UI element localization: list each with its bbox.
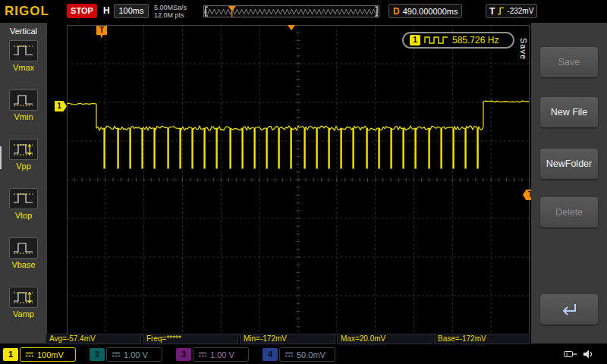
dc-coupling-icon (285, 351, 294, 358)
menu-scrollbar[interactable] (0, 146, 2, 169)
measure-item-label: Vpp (16, 162, 31, 171)
measurement-item[interactable]: Max=20.0mV (337, 334, 432, 344)
channel1-status[interactable]: 1 100mV (3, 347, 76, 362)
channel3-badge[interactable]: 3 (176, 348, 191, 361)
measure-item-label: Vamp (13, 309, 34, 318)
menu-button-new-folder[interactable]: NewFolder (540, 149, 598, 179)
counter-channel-badge: 1 (410, 35, 420, 46)
acquisition-info: 5.00MSa/s 12.0M pts (154, 4, 187, 19)
measure-item-vpp[interactable]: Vpp (0, 135, 47, 184)
vamp-icon (9, 287, 38, 308)
square-wave-icon (424, 36, 448, 45)
menu-button-back[interactable] (540, 294, 598, 325)
delay-value: 490.000000ms (403, 7, 458, 16)
trigger-level-value: -232mV (507, 7, 533, 15)
dc-coupling-icon (198, 351, 207, 358)
channel2-badge[interactable]: 2 (90, 348, 105, 361)
measure-item-vmin[interactable]: Vmin (0, 86, 47, 135)
channel2-scale[interactable]: 1.00 V (106, 347, 162, 362)
run-state-badge[interactable]: STOP (67, 4, 97, 18)
measure-item-vbase[interactable]: Vbase (0, 234, 47, 283)
measurement-item[interactable]: Freq=***** (143, 334, 238, 344)
menu-button-new-file[interactable]: New File (540, 97, 598, 127)
vmin-icon (9, 89, 38, 111)
oscilloscope-ui: RIGOL STOP H 100ms 5.00MSa/s 12.0M pts D… (0, 0, 607, 364)
sample-rate: 5.00MSa/s (154, 4, 187, 11)
frequency-counter: 1 585.726 Hz (402, 32, 514, 49)
channel3-scale[interactable]: 1.00 V (193, 347, 249, 362)
rigol-logo: RIGOL (5, 4, 49, 19)
measurement-bar: Avg=-57.4mV Freq=***** Min=-172mV Max=20… (46, 334, 530, 344)
measurement-item[interactable]: Avg=-57.4mV (46, 334, 141, 344)
menu-tab-title: Save (519, 38, 528, 60)
save-menu: Save New File NewFolder Delete (531, 23, 607, 344)
measure-menu: Vertical Vmax Vmin Vpp Vtop Vbase Vamp (0, 23, 47, 344)
measure-item-vtop[interactable]: Vtop (0, 184, 47, 234)
speaker-icon[interactable] (583, 349, 595, 359)
vmax-icon (9, 40, 38, 61)
delay-readout: D 490.000000ms (388, 4, 462, 18)
vtop-icon (9, 188, 38, 209)
channel3-scale-value: 1.00 V (210, 350, 234, 359)
menu-button-save[interactable]: Save (540, 47, 598, 77)
measure-item-label: Vtop (15, 211, 33, 220)
memory-waveform-preview (204, 6, 379, 17)
channel4-scale-value: 50.0mV (297, 350, 326, 359)
channel4-badge[interactable]: 4 (263, 348, 278, 361)
vpp-icon (9, 139, 38, 160)
memory-depth: 12.0M pts (154, 11, 187, 19)
dc-coupling-icon (25, 351, 34, 358)
channel3-status[interactable]: 3 1.00 V (176, 347, 249, 362)
channel2-scale-value: 1.00 V (124, 350, 148, 359)
measure-item-label: Vbase (11, 260, 35, 269)
measure-item-vmax[interactable]: Vmax (0, 36, 47, 86)
return-arrow-icon (558, 302, 580, 317)
usb-icon (563, 349, 578, 359)
waveform-display (67, 25, 530, 334)
measure-menu-title: Vertical (0, 23, 47, 36)
dc-coupling-icon (112, 351, 121, 358)
channel4-status[interactable]: 4 50.0mV (263, 347, 335, 362)
channel2-status[interactable]: 2 1.00 V (90, 347, 162, 362)
measure-item-label: Vmin (14, 112, 33, 121)
trigger-readout: T -232mV (486, 4, 537, 18)
menu-button-delete[interactable]: Delete (540, 197, 598, 228)
vbase-icon (9, 237, 38, 259)
measure-item-label: Vmax (13, 63, 34, 72)
channel-bar: 1 100mV 2 1.00 V 3 (0, 345, 607, 364)
channel1-scale-value: 100mV (37, 350, 64, 359)
channel1-badge[interactable]: 1 (3, 348, 18, 361)
status-bar: RIGOL STOP H 100ms 5.00MSa/s 12.0M pts D… (0, 0, 607, 23)
delay-reference-marker (288, 25, 295, 30)
delay-label: D (393, 6, 400, 17)
frequency-value: 585.726 Hz (452, 35, 498, 46)
channel1-scale[interactable]: 100mV (20, 347, 76, 362)
channel1-level-marker[interactable]: 1 (55, 101, 67, 111)
measurement-item[interactable]: Min=-172mV (240, 334, 335, 344)
trigger-edge-icon (497, 6, 505, 16)
horizontal-label: H (103, 5, 110, 16)
memory-position-bar[interactable] (203, 5, 379, 17)
trigger-label: T (489, 6, 495, 17)
channel4-scale[interactable]: 50.0mV (279, 347, 335, 362)
timebase-value[interactable]: 100ms (114, 4, 149, 18)
measurement-item[interactable]: Base=-172mV (434, 334, 530, 344)
measure-item-vamp[interactable]: Vamp (0, 283, 47, 332)
